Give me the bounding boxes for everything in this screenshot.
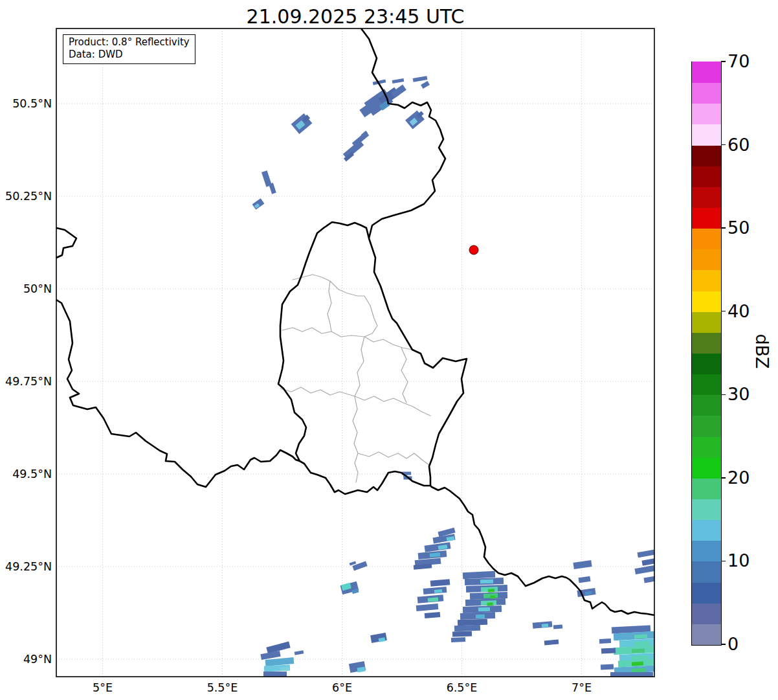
colorbar-segment bbox=[692, 166, 721, 187]
colorbar-segment bbox=[692, 62, 721, 83]
echo-cell bbox=[490, 595, 495, 598]
echo-cell bbox=[480, 580, 493, 584]
map-canvas bbox=[0, 0, 778, 700]
y-tick-label: 50°N bbox=[0, 282, 52, 296]
colorbar-segment bbox=[692, 145, 721, 166]
colorbar-tick-label: 0 bbox=[728, 635, 739, 654]
colorbar-tick-mark bbox=[721, 644, 726, 645]
radar-echoes bbox=[252, 76, 656, 677]
colorbar-segment bbox=[692, 311, 721, 333]
colorbar-segment bbox=[692, 249, 721, 271]
echo-cell bbox=[413, 76, 428, 82]
echo-cell bbox=[454, 625, 480, 631]
colorbar-segment bbox=[692, 478, 721, 499]
colorbar-segment bbox=[692, 124, 721, 146]
data-source-line: Data: DWD bbox=[69, 49, 190, 61]
colorbar-segment bbox=[692, 624, 721, 645]
colorbar-segment bbox=[692, 561, 721, 583]
echo-cell bbox=[476, 615, 485, 618]
colorbar-segment bbox=[692, 186, 721, 208]
canton-borders bbox=[280, 275, 430, 482]
echo-cell bbox=[542, 624, 548, 627]
echo-cell bbox=[544, 640, 559, 646]
echo-cell bbox=[641, 558, 655, 565]
echo-cell bbox=[573, 560, 592, 569]
colorbar-tick-mark bbox=[721, 394, 726, 396]
echo-cell bbox=[488, 589, 495, 592]
colorbar-segment bbox=[692, 83, 721, 104]
echo-cell bbox=[632, 668, 646, 672]
echo-cell bbox=[634, 641, 650, 646]
x-tick-label: 6°E bbox=[313, 681, 372, 695]
colorbar-segment bbox=[692, 416, 721, 437]
x-tick-label: 6.5°E bbox=[433, 681, 491, 695]
colorbar-tick-label: 70 bbox=[728, 52, 750, 71]
echo-cell bbox=[601, 664, 614, 670]
echo-cell bbox=[451, 637, 465, 642]
colorbar-segment bbox=[692, 353, 721, 374]
echo-cell bbox=[425, 612, 441, 618]
colorbar-tick-mark bbox=[721, 477, 726, 479]
echo-cell bbox=[463, 571, 495, 580]
colorbar-segment bbox=[692, 541, 721, 562]
echo-cell bbox=[579, 576, 591, 583]
y-tick-label: 49°N bbox=[0, 652, 52, 666]
echo-cell bbox=[478, 607, 490, 612]
colorbar-tick-mark bbox=[721, 561, 726, 562]
colorbar-tick-label: 30 bbox=[728, 385, 750, 404]
echo-cell bbox=[632, 662, 643, 666]
colorbar-segment bbox=[692, 499, 721, 520]
colorbar-segment bbox=[692, 374, 721, 396]
colorbar-segment bbox=[692, 270, 721, 291]
colorbar-tick-label: 20 bbox=[728, 468, 750, 488]
y-tick-label: 50.5°N bbox=[0, 96, 52, 111]
colorbar-tick-label: 60 bbox=[728, 135, 750, 155]
colorbar-segment bbox=[692, 229, 721, 250]
x-tick-label: 7°E bbox=[553, 681, 611, 695]
echo-cell bbox=[280, 667, 289, 671]
product-info-box: Product: 0.8° Reflectivity Data: DWD bbox=[63, 34, 195, 64]
x-tick-label: 5°E bbox=[74, 681, 132, 695]
echo-cell bbox=[392, 78, 405, 84]
echo-cell bbox=[295, 650, 304, 655]
echo-cell bbox=[632, 648, 645, 653]
colorbar-segment bbox=[692, 104, 721, 125]
echo-cell bbox=[263, 672, 287, 677]
colorbar-tick-mark bbox=[721, 311, 726, 312]
echo-cell bbox=[634, 634, 647, 638]
colorbar-tick-mark bbox=[721, 61, 726, 62]
x-tick-label: 5.5°E bbox=[194, 681, 252, 695]
colorbar-segment bbox=[692, 582, 721, 604]
colorbar-tick-mark bbox=[721, 227, 726, 229]
colorbar-segment bbox=[692, 332, 721, 354]
echo-cell bbox=[638, 550, 655, 558]
colorbar-segment bbox=[692, 395, 721, 416]
colorbar-tick-label: 40 bbox=[728, 302, 750, 321]
colorbar-unit-label: dBZ bbox=[752, 319, 772, 384]
radar-site-marker bbox=[469, 245, 478, 254]
colorbar-segment bbox=[692, 603, 721, 624]
product-line: Product: 0.8° Reflectivity bbox=[69, 36, 190, 49]
y-tick-label: 49.75°N bbox=[0, 374, 52, 389]
y-tick-label: 49.5°N bbox=[0, 467, 52, 481]
colorbar-tick-label: 50 bbox=[728, 218, 750, 238]
echo-cell bbox=[434, 589, 442, 593]
echo-cell bbox=[416, 604, 439, 611]
colorbar-segment bbox=[692, 520, 721, 541]
colorbar-tick-label: 10 bbox=[728, 551, 750, 570]
echo-cell bbox=[487, 602, 493, 605]
plot-frame bbox=[56, 28, 654, 677]
echo-cell bbox=[458, 619, 487, 626]
colorbar-segment bbox=[692, 457, 721, 479]
y-tick-label: 50.25°N bbox=[0, 189, 52, 203]
colorbar-segment bbox=[692, 291, 721, 312]
echo-cell bbox=[601, 648, 616, 653]
colorbar-tick-mark bbox=[721, 144, 726, 146]
echo-cell bbox=[421, 81, 430, 89]
country-borders bbox=[56, 28, 654, 615]
echo-cell bbox=[430, 579, 450, 587]
echo-cell bbox=[269, 183, 276, 194]
y-tick-label: 49.25°N bbox=[0, 559, 52, 574]
colorbar-segment bbox=[692, 436, 721, 458]
echo-cell bbox=[553, 624, 562, 629]
